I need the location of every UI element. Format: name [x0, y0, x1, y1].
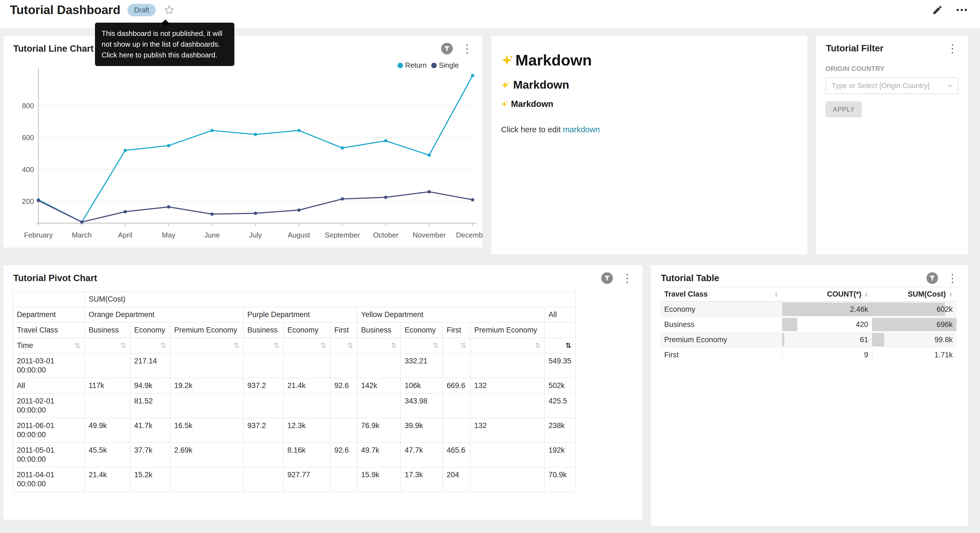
pivot-value-cell: 37.7k: [130, 443, 170, 467]
kebab-menu-icon[interactable]: ⋮: [945, 273, 960, 284]
pivot-row-header: 2011-02-01 00:00:00: [13, 394, 85, 418]
svg-text:400: 400: [22, 166, 34, 174]
pivot-value-cell: [85, 394, 130, 418]
svg-text:April: April: [118, 231, 132, 239]
pivot-value-cell: [283, 353, 331, 378]
tooltip-text: This dashboard is not published, it will…: [102, 28, 228, 61]
column-header-count[interactable]: COUNT(*)▲▼: [782, 287, 872, 302]
pivot-col-header: Premium Economy: [470, 322, 545, 338]
pivot-value-cell: 106k: [401, 378, 443, 394]
sort-icon[interactable]: ⇅: [160, 342, 166, 349]
sort-carets-icon[interactable]: ▲▼: [774, 292, 778, 297]
star-icon[interactable]: [164, 5, 175, 15]
pivot-sort-cell: ⇅: [283, 338, 331, 353]
cell-bar: [782, 318, 797, 331]
tooltip-line: Click here to publish this dashboard.: [102, 50, 228, 61]
line-chart-legend: ReturnSingle: [393, 61, 459, 70]
pivot-value-cell: 669.6: [443, 378, 470, 394]
sort-carets-icon[interactable]: ▲▼: [864, 292, 868, 297]
pivot-value-cell: 70.9k: [545, 467, 576, 492]
pivot-row: 2011-06-01 00:00:0049.9k41.7k16.5k937.21…: [13, 418, 576, 443]
sort-icon[interactable]: ⇅: [233, 342, 239, 349]
filter-card: Tutorial Filter ⋮ ORIGIN COUNTRY Type or…: [816, 36, 968, 255]
column-header-travel-class[interactable]: Travel Class▲▼: [660, 287, 782, 302]
filter-count-icon[interactable]: [441, 43, 453, 54]
pivot-row-header: 2011-05-01 00:00:00: [13, 443, 85, 467]
filter-count-icon[interactable]: [601, 272, 613, 284]
pivot-value-cell: 92.6: [331, 378, 357, 394]
svg-text:May: May: [162, 231, 175, 239]
cell-bar: [872, 333, 884, 346]
pivot-row: 2011-05-01 00:00:0045.5k37.7k2.69k8.16k9…: [13, 443, 576, 467]
pivot-value-cell: 39.9k: [401, 418, 443, 443]
svg-text:600: 600: [22, 133, 34, 142]
pivot-value-cell: 94.9k: [130, 378, 170, 394]
sum-cell: 602k: [872, 302, 956, 317]
pivot-value-cell: [470, 467, 545, 492]
legend-dot: [431, 63, 437, 68]
pivot-col-header: Economy: [130, 322, 170, 338]
filter-count-icon[interactable]: [926, 272, 938, 284]
edit-pencil-icon[interactable]: [932, 5, 943, 16]
pivot-value-cell: 16.5k: [170, 418, 243, 443]
sort-desc-active-icon[interactable]: ⇅: [565, 342, 571, 349]
pivot-value-cell: 204: [443, 467, 470, 492]
pivot-value-cell: 465.6: [443, 443, 470, 467]
kebab-menu-icon[interactable]: ⋮: [619, 273, 635, 284]
data-table-wrap: Travel Class▲▼COUNT(*)▲▼SUM(Cost)▲▼Econo…: [660, 287, 956, 362]
kebab-menu-icon[interactable]: ⋮: [945, 43, 960, 54]
sum-cell: 696k: [872, 317, 956, 332]
sort-carets-icon[interactable]: ▲▼: [948, 292, 953, 297]
count-cell: 9: [782, 348, 872, 362]
pivot-col-header: Premium Economy: [170, 322, 243, 338]
sort-icon[interactable]: ⇅: [460, 342, 466, 349]
sort-icon[interactable]: ⇅: [120, 342, 126, 349]
markdown-h3: Markdown: [501, 99, 796, 109]
svg-text:March: March: [72, 231, 92, 239]
data-table: Travel Class▲▼COUNT(*)▲▼SUM(Cost)▲▼Econo…: [660, 287, 956, 362]
table-row: Premium Economy6199.8k: [660, 332, 956, 348]
count-cell: 2.46k: [782, 302, 872, 317]
svg-text:October: October: [373, 231, 399, 239]
markdown-h3-text: Markdown: [511, 99, 553, 109]
sort-icon[interactable]: ⇅: [320, 342, 326, 349]
sort-icon[interactable]: ⇅: [75, 342, 81, 349]
legend-item-single[interactable]: Single: [431, 61, 459, 70]
pivot-row: 2011-04-01 00:00:0021.4k15.2k927.7715.9k…: [13, 467, 576, 492]
sort-icon[interactable]: ⇅: [535, 342, 541, 349]
sort-icon[interactable]: ⇅: [273, 342, 279, 349]
legend-item-return[interactable]: Return: [398, 61, 427, 70]
svg-text:December: December: [456, 231, 482, 239]
sort-icon[interactable]: ⇅: [433, 342, 439, 349]
legend-label: Return: [405, 61, 427, 70]
pivot-value-cell: [331, 467, 357, 492]
pivot-value-cell: 12.3k: [283, 418, 331, 443]
origin-country-select[interactable]: Type or Select [Origin Country]: [826, 77, 958, 94]
column-header-sum-cost[interactable]: SUM(Cost)▲▼: [872, 287, 956, 302]
pivot-value-cell: 21.4k: [85, 467, 130, 492]
svg-text:June: June: [204, 231, 220, 239]
markdown-h1: Markdown: [501, 51, 796, 69]
pivot-card-title: Tutorial Pivot Chart: [13, 273, 97, 283]
pivot-value-cell: [331, 418, 357, 443]
draft-tooltip: This dashboard is not published, it will…: [95, 22, 234, 66]
pivot-value-cell: 192k: [545, 443, 576, 467]
draft-badge[interactable]: Draft: [127, 4, 156, 16]
pivot-sort-cell: ⇅: [85, 338, 130, 353]
ellipsis-menu-icon[interactable]: [956, 4, 968, 16]
pivot-value-cell: 425.5: [545, 394, 576, 418]
chevron-down-icon: [947, 82, 953, 89]
sort-icon[interactable]: ⇅: [391, 342, 397, 349]
count-cell: 61: [782, 332, 872, 348]
pivot-sort-cell: ⇅: [357, 338, 401, 353]
pivot-value-cell: 132: [470, 378, 545, 394]
svg-text:September: September: [325, 231, 360, 239]
markdown-edit-link[interactable]: markdown: [563, 125, 600, 134]
pivot-value-cell: 927.77: [283, 467, 331, 492]
pivot-value-cell: [170, 467, 243, 492]
pivot-value-cell: [243, 467, 283, 492]
apply-button[interactable]: APPLY: [826, 101, 862, 117]
kebab-menu-icon[interactable]: ⋮: [459, 43, 475, 54]
sort-icon[interactable]: ⇅: [347, 342, 353, 349]
pivot-sort-cell: ⇅: [331, 338, 357, 353]
